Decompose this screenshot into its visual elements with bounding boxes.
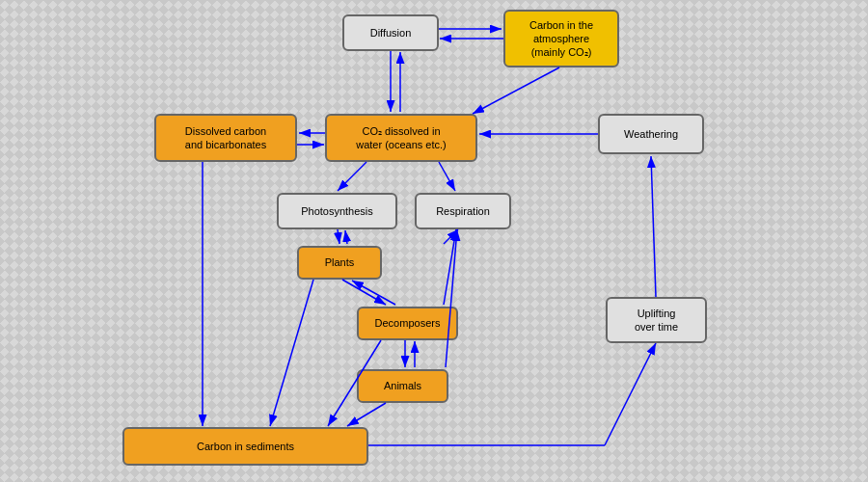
animals-node: Animals [357, 369, 448, 403]
svg-line-14 [444, 229, 458, 244]
svg-line-16 [352, 281, 395, 305]
decomposers-node: Decomposers [357, 307, 458, 340]
co2-dissolved-node: CO₂ dissolved inwater (oceans etc.) [325, 114, 477, 162]
weathering-node: Weathering [598, 114, 704, 154]
diffusion-node: Diffusion [342, 14, 439, 51]
svg-line-21 [270, 280, 313, 426]
plants-node: Plants [297, 246, 382, 280]
carbon-atm-node: Carbon in theatmosphere(mainly CO₂) [503, 10, 619, 67]
svg-line-12 [338, 229, 339, 244]
svg-line-13 [345, 230, 347, 244]
arrows-svg [0, 0, 868, 482]
dissolved-carbon-node: Dissolved carbonand bicarbonates [154, 114, 297, 162]
svg-line-11 [439, 162, 455, 191]
svg-line-25 [605, 343, 656, 445]
respiration-node: Respiration [415, 193, 511, 229]
svg-line-26 [651, 156, 656, 297]
svg-line-10 [338, 162, 366, 191]
svg-line-15 [342, 280, 386, 305]
photosynthesis-node: Photosynthesis [277, 193, 397, 229]
uplifting-node: Upliftingover time [606, 297, 707, 343]
svg-line-20 [446, 229, 457, 367]
svg-line-6 [473, 67, 559, 114]
svg-line-23 [347, 403, 386, 426]
svg-line-17 [444, 229, 456, 305]
carbon-sediments-node: Carbon in sediments [122, 427, 368, 466]
